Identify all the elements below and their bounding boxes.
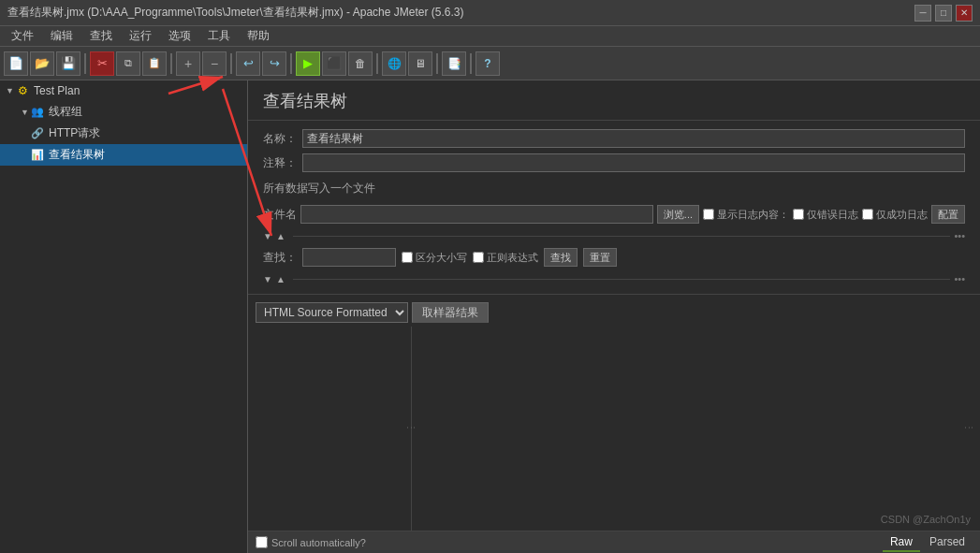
templates-button[interactable]: 📑 [442, 51, 466, 76]
name-label: 名称： [263, 131, 297, 147]
resulttree-label: 查看结果树 [49, 147, 105, 163]
stop-button[interactable]: ⬛ [322, 51, 346, 76]
show-log-label: 显示日志内容： [703, 208, 789, 222]
separator-1 [84, 53, 86, 74]
tab-group: Raw Parsed [883, 533, 973, 552]
cut-button[interactable]: ✂ [90, 51, 114, 76]
err-only-text: 仅错误日志 [807, 208, 858, 222]
open-button[interactable]: 📂 [30, 51, 54, 76]
scroll-auto-label: Scroll automatically? [256, 536, 366, 548]
sidebar-item-threadgroup[interactable]: ▼ 👥 线程组 [0, 101, 247, 123]
regex-text: 正则表达式 [487, 251, 538, 265]
expand-dots-1: ••• [954, 230, 965, 241]
config-button[interactable]: 配置 [931, 205, 965, 224]
show-log-checkbox[interactable] [703, 209, 714, 220]
testplan-icon: ⚙ [15, 83, 30, 98]
sidebar: ▼ ⚙ Test Plan ▼ 👥 线程组 🔗 HTTP请求 📊 查看结果树 [0, 80, 248, 553]
sidebar-item-httprequest[interactable]: 🔗 HTTP请求 [0, 123, 247, 144]
help-button[interactable]: ? [475, 51, 500, 76]
bottom-tabs-bar: Scroll automatically? Raw Parsed [248, 531, 980, 553]
case-sensitive-label: 区分大小写 [402, 251, 467, 265]
minimize-button[interactable]: ─ [914, 5, 931, 22]
save-button[interactable]: 💾 [56, 51, 80, 76]
testplan-label: Test Plan [34, 84, 80, 97]
comment-row: 注释： [263, 153, 965, 173]
form-area: 名称： 注释： 所有数据写入一个文件 文件名 浏览... [248, 121, 980, 294]
reset-button[interactable]: 重置 [583, 248, 617, 267]
bottom-panel: HTML Source Formatted Text JSON XML HTML… [248, 294, 980, 553]
left-pane: ⋮ [248, 327, 412, 531]
maximize-button[interactable]: □ [935, 5, 952, 22]
success-only-text: 仅成功日志 [876, 208, 928, 222]
remote2-button[interactable]: 🖥 [408, 51, 432, 76]
remote-button[interactable]: 🌐 [382, 51, 406, 76]
watermark: CSDN @ZachOn1y [881, 514, 971, 525]
case-sensitive-text: 区分大小写 [416, 251, 467, 265]
clear-button[interactable]: 🗑 [348, 51, 373, 76]
err-only-checkbox[interactable] [793, 209, 804, 220]
menu-file[interactable]: 文件 [4, 26, 41, 46]
regex-checkbox[interactable] [473, 252, 484, 263]
browse-button[interactable]: 浏览... [657, 205, 699, 224]
separator-3 [230, 53, 232, 74]
success-only-checkbox[interactable] [862, 209, 873, 220]
comment-label: 注释： [263, 155, 297, 171]
separator-6 [436, 53, 438, 74]
alldata-row: 所有数据写入一个文件 [263, 177, 965, 200]
expand-arrow-threadgroup: ▼ [21, 108, 30, 117]
file-input[interactable] [300, 205, 653, 224]
divider-row-1: ▼ ▲ ••• [263, 228, 965, 243]
menu-edit[interactable]: 编辑 [43, 26, 80, 46]
httprequest-icon: 🔗 [30, 126, 45, 141]
separator-4 [290, 53, 292, 74]
add-button[interactable]: + [176, 51, 200, 76]
tab-raw[interactable]: Raw [883, 533, 920, 552]
sidebar-item-testplan[interactable]: ▼ ⚙ Test Plan [0, 80, 247, 101]
sampler-result-tab[interactable]: 取样器结果 [412, 302, 489, 323]
close-button[interactable]: ✕ [956, 5, 973, 22]
sidebar-item-resulttree[interactable]: 📊 查看结果树 [0, 144, 247, 166]
mini-arrow-1b: ▲ [276, 231, 285, 241]
expand-arrow-testplan: ▼ [6, 86, 15, 95]
menu-bar: 文件 编辑 查找 运行 选项 工具 帮助 [0, 26, 980, 47]
scroll-auto-text: Scroll automatically? [271, 537, 366, 548]
divider-row-2: ▼ ▲ ••• [263, 271, 965, 286]
mini-arrow-2: ▼ [263, 274, 272, 284]
title-bar: 查看结果树.jmx (D:\AAA_Programme\Tools\Jmeter… [0, 0, 980, 26]
comment-input[interactable] [302, 153, 965, 172]
scroll-auto-checkbox[interactable] [256, 536, 268, 548]
separator-2 [170, 53, 172, 74]
find-button[interactable]: 查找 [544, 248, 578, 267]
search-input[interactable] [302, 248, 396, 267]
show-log-text: 显示日志内容： [717, 208, 789, 222]
undo-button[interactable]: ↩ [236, 51, 260, 76]
toolbar: 📄 📂 💾 ✂ ⧉ 📋 + − ↩ ↪ [0, 47, 980, 80]
name-input[interactable] [302, 129, 965, 148]
threadgroup-label: 线程组 [49, 104, 82, 120]
alldata-label: 所有数据写入一个文件 [263, 177, 375, 200]
panel-title: 查看结果树 [248, 80, 980, 121]
menu-help[interactable]: 帮助 [240, 26, 277, 46]
expand-dots-2: ••• [954, 273, 965, 284]
new-button[interactable]: 📄 [4, 51, 28, 76]
httprequest-label: HTTP请求 [49, 125, 100, 141]
resulttree-icon: 📊 [30, 148, 45, 163]
title-controls: ─ □ ✕ [914, 5, 973, 22]
right-pane: ⋮ [412, 327, 980, 531]
separator-5 [376, 53, 378, 74]
tab-parsed[interactable]: Parsed [922, 533, 973, 552]
case-sensitive-checkbox[interactable] [402, 252, 413, 263]
format-select[interactable]: HTML Source Formatted Text JSON XML HTML… [256, 302, 408, 323]
menu-run[interactable]: 运行 [122, 26, 159, 46]
mini-arrow-1: ▼ [263, 231, 272, 241]
copy-button[interactable]: ⧉ [116, 51, 140, 76]
left-pane-drag[interactable]: ⋮ [406, 423, 417, 434]
split-view: ⋮ ⋮ [248, 327, 980, 531]
remove-button[interactable]: − [202, 51, 227, 76]
menu-options[interactable]: 选项 [161, 26, 198, 46]
menu-tools[interactable]: 工具 [200, 26, 238, 46]
menu-find[interactable]: 查找 [82, 26, 120, 46]
run-button[interactable]: ▶ [296, 51, 320, 76]
paste-button[interactable]: 📋 [142, 51, 167, 76]
redo-button[interactable]: ↪ [262, 51, 286, 76]
